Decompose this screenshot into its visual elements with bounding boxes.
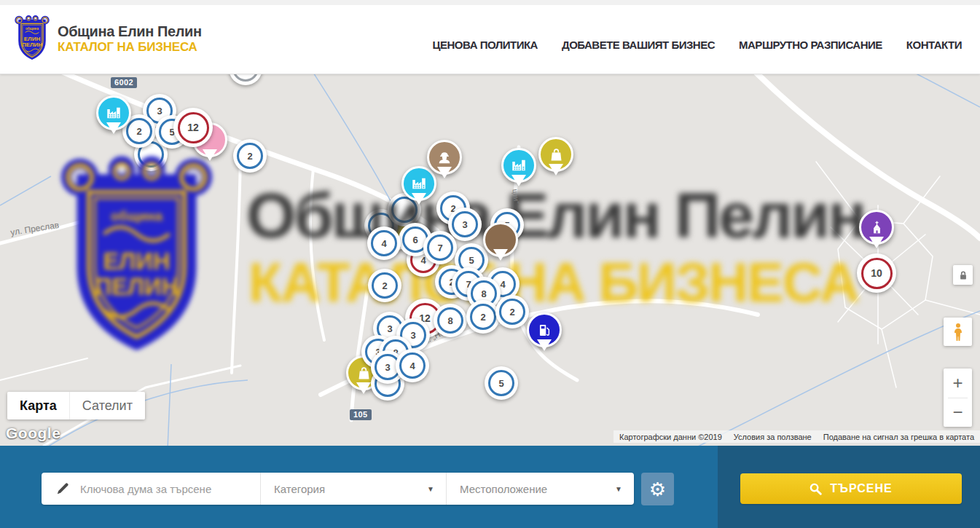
church-icon (869, 220, 885, 235)
none-pin-marker[interactable] (483, 222, 518, 257)
cluster-ring: 4 (371, 230, 397, 256)
cluster-ring: 7 (427, 235, 453, 261)
pegman-icon (952, 323, 965, 342)
keyword-input[interactable] (79, 482, 238, 496)
cluster-ring: 2 (470, 304, 496, 330)
page: община ЕЛИН ПЕЛИН Община Елин Пелин КАТА… (0, 0, 980, 528)
cluster-marker[interactable]: 10 (857, 253, 896, 293)
map-data-copyright: Картографски данни ©2019 (619, 433, 722, 441)
cluster-marker[interactable]: 4 (396, 349, 429, 382)
cluster-ring: 10 (861, 258, 893, 289)
nav-item-contacts[interactable]: КОНТАКТИ (906, 39, 962, 51)
logo-text: Община Елин Пелин КАТАЛОГ НА БИЗНЕСА (58, 23, 202, 55)
pin-tail (493, 249, 508, 268)
road-number-chip: 105 (350, 409, 372, 420)
street-view-pegman-button[interactable] (944, 318, 972, 346)
cluster-count: 3 (387, 323, 392, 334)
cluster-count: 10 (871, 267, 882, 279)
factory-icon (511, 157, 527, 173)
cluster-marker[interactable]: 8 (434, 304, 467, 337)
search-bar: Категория ▼ Местоположение ▼ (42, 473, 634, 505)
pin-tail (437, 167, 452, 186)
cluster-ring: 4 (399, 352, 426, 379)
cluster-marker[interactable]: 3 (448, 208, 482, 241)
shopping-bag-icon (549, 147, 564, 162)
scroll-lock-button[interactable] (953, 265, 973, 285)
cluster-marker[interactable]: 12 (173, 108, 213, 147)
cluster-marker[interactable]: 2 (466, 300, 500, 334)
cluster-marker[interactable]: 2 (368, 269, 401, 302)
google-logo[interactable]: Google (6, 425, 60, 442)
cluster-count: 4 (381, 238, 386, 249)
cluster-count: 3 (462, 219, 467, 230)
factory-icon (106, 105, 122, 121)
svg-text:ПЕЛИН: ПЕЛИН (22, 42, 42, 48)
nav-item-route-schedule[interactable]: МАРШРУТНО РАЗПИСАНИЕ (739, 39, 882, 51)
chevron-down-icon: ▼ (427, 485, 434, 493)
map-canvas[interactable]: община ЕЛИН ПЕЛИН Община Елин Пелин КАТА… (0, 74, 980, 446)
fuel-pump-icon (537, 323, 552, 338)
svg-text:ЕЛИН: ЕЛИН (24, 36, 41, 42)
cluster-marker[interactable]: 2 (495, 295, 529, 328)
map-attribution: Картографски данни ©2019 Условия за полз… (614, 430, 980, 443)
cluster-count: 5 (469, 255, 474, 266)
cluster-ring: 5 (488, 370, 514, 396)
road-number-chip: 6002 (111, 77, 137, 88)
gear-icon: ⚙ (649, 480, 666, 499)
category-select[interactable]: Категория ▼ (260, 473, 446, 505)
map-view-button[interactable]: Карта (7, 392, 69, 419)
map-type-control: Карта Сателит (7, 392, 145, 419)
factory-icon (411, 176, 427, 192)
padlock-icon (958, 270, 968, 280)
cluster-marker[interactable]: 7 (423, 231, 457, 264)
cluster-marker[interactable]: 5 (485, 366, 518, 400)
pin-tail (511, 175, 526, 194)
pin-tail (549, 164, 563, 183)
advanced-search-button[interactable]: ⚙ (641, 473, 674, 505)
municipality-crest-icon: община ЕЛИН ПЕЛИН (15, 16, 50, 61)
cluster-ring: 8 (437, 307, 463, 334)
location-select-value: Местоположение (460, 483, 547, 495)
cluster-marker[interactable]: 2 (233, 139, 267, 173)
factory-pin-marker[interactable] (501, 148, 536, 183)
cluster-ring: 2 (499, 299, 525, 325)
worker-pin-marker[interactable] (427, 140, 462, 175)
cluster-count: 12 (187, 122, 199, 133)
cluster-count: 7 (437, 243, 442, 253)
cluster-marker[interactable]: 4 (367, 226, 401, 260)
site-title: Община Елин Пелин (58, 23, 202, 39)
category-select-value: Категория (274, 483, 325, 495)
nav-item-pricing[interactable]: ЦЕНОВА ПОЛИТИКА (433, 39, 538, 51)
pin-tail (203, 149, 217, 168)
nav-item-add-business[interactable]: ДОБАВЕТЕ ВАШИЯТ БИЗНЕС (562, 39, 715, 51)
terms-link[interactable]: Условия за ползване (734, 433, 812, 441)
cluster-count: 4 (409, 360, 415, 371)
cluster-count: 2 (247, 151, 252, 162)
factory-pin-marker[interactable] (96, 95, 131, 130)
church-pin-marker[interactable] (859, 210, 894, 245)
worker-icon (436, 149, 452, 165)
cluster-count: 2 (509, 307, 514, 318)
cluster-ring: 2 (237, 143, 263, 169)
search-button[interactable]: ТЪРСЕНЕ (740, 473, 962, 504)
bag-pin-marker[interactable] (538, 137, 573, 172)
cluster-count: 8 (447, 315, 452, 326)
location-select[interactable]: Местоположение ▼ (446, 473, 634, 505)
cluster-ring: 2 (372, 272, 398, 299)
pin-tail (106, 122, 121, 141)
site-logo[interactable]: община ЕЛИН ПЕЛИН Община Елин Пелин КАТА… (15, 16, 202, 61)
keyword-field[interactable] (42, 473, 260, 505)
report-error-link[interactable]: Подаване на сигнал за грешка в картата (823, 433, 974, 441)
zoom-in-button[interactable]: + (944, 369, 972, 398)
factory-pin-marker[interactable] (401, 166, 436, 201)
cluster-count: 6 (412, 235, 418, 245)
svg-text:община: община (26, 26, 39, 31)
pin-tail (412, 193, 426, 212)
zoom-out-button[interactable]: − (944, 398, 972, 427)
fuel-pin-marker[interactable] (527, 312, 562, 347)
cluster-ring (232, 74, 259, 82)
cluster-count: 5 (498, 378, 503, 389)
cluster-count: 3 (385, 362, 390, 373)
satellite-view-button[interactable]: Сателит (69, 392, 145, 419)
search-panel: Категория ▼ Местоположение ▼ ⚙ ТЪРСЕНЕ (0, 446, 980, 528)
